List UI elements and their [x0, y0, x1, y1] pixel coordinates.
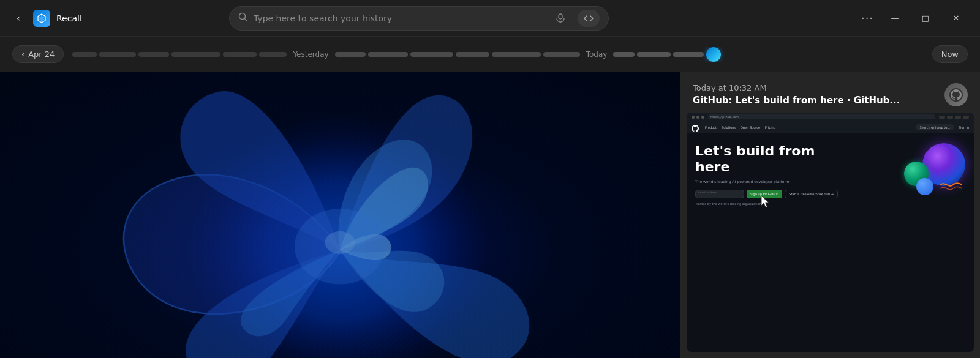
- mic-button[interactable]: [552, 10, 569, 27]
- svg-rect-8: [0, 72, 680, 358]
- snapshot-meta: Today at 10:32 AM GitHub: Let's build fr…: [693, 83, 900, 106]
- github-signup-btn[interactable]: Sign up for GitHub: [747, 190, 782, 198]
- timeline-segment[interactable]: [673, 52, 704, 57]
- titlebar-left: ‹ Recall: [10, 10, 102, 27]
- timeline-segment[interactable]: [172, 52, 221, 57]
- timeline-segment[interactable]: [223, 52, 257, 57]
- browser-topbar: https://github.com: [687, 113, 974, 121]
- timeline-nav-button[interactable]: ‹ Apr 24: [12, 45, 64, 63]
- app-title: Recall: [56, 13, 82, 23]
- github-headline: Let's build from here: [695, 143, 830, 176]
- github-trusted-text: Trusted by the world's leading organizat…: [695, 202, 838, 206]
- github-fade: [687, 212, 974, 224]
- window-controls: ··· — □ ✕: [856, 7, 970, 29]
- svg-rect-2: [559, 14, 562, 19]
- today-label: Today: [582, 50, 611, 59]
- timeline-segment[interactable]: [543, 52, 580, 57]
- timeline-segment[interactable]: [410, 52, 453, 57]
- timeline-segment[interactable]: [637, 52, 671, 57]
- github-subheadline: The world's leading AI-powered developer…: [695, 179, 838, 184]
- github-preview[interactable]: https://github.com: [687, 113, 974, 352]
- snapshot-avatar: [944, 83, 968, 106]
- github-hero: Let's build from here The world's leadin…: [687, 133, 974, 212]
- timeline-segment[interactable]: [138, 52, 169, 57]
- timeline-date-label: Apr 24: [28, 50, 55, 59]
- main-content: Today at 10:32 AM GitHub: Let's build fr…: [0, 72, 980, 358]
- chevron-left-icon: ‹: [21, 50, 24, 59]
- github-cta-row: Email address Sign up for GitHub Start a…: [695, 190, 838, 198]
- timeline-track: Yesterday Today: [64, 47, 932, 62]
- snapshot-time: Today at 10:32 AM: [693, 83, 900, 92]
- github-hero-left: Let's build from here The world's leadin…: [695, 143, 838, 206]
- nav-open-source: Open Source: [741, 125, 760, 129]
- timeline-segment[interactable]: [492, 52, 541, 57]
- decorative-arrows: [940, 176, 963, 193]
- wallpaper-area: [0, 72, 680, 358]
- github-trial-btn[interactable]: Start a free enterprise trial →: [785, 190, 838, 198]
- github-page: https://github.com: [687, 113, 974, 352]
- svg-point-0: [40, 17, 43, 20]
- minimize-button[interactable]: —: [881, 7, 909, 29]
- timeline-current-dot[interactable]: [706, 47, 721, 62]
- nav-solutions: Solutions: [722, 125, 736, 129]
- timeline-segment[interactable]: [99, 52, 136, 57]
- timeline-segment[interactable]: [72, 52, 97, 57]
- app-icon: [33, 10, 50, 27]
- search-icon: [238, 12, 247, 24]
- close-button[interactable]: ✕: [942, 7, 970, 29]
- back-button[interactable]: ‹: [10, 10, 27, 27]
- github-orbs: [904, 143, 965, 198]
- search-bar[interactable]: [229, 6, 609, 31]
- titlebar: ‹ Recall: [0, 0, 980, 37]
- wallpaper-background: [0, 72, 680, 358]
- timeline-segment[interactable]: [368, 52, 408, 57]
- search-input[interactable]: [254, 13, 546, 23]
- more-options-button[interactable]: ···: [856, 10, 878, 27]
- timeline-bar: ‹ Apr 24 Yesterday Today Now: [0, 37, 980, 72]
- yesterday-label: Yesterday: [289, 50, 332, 59]
- maximize-button[interactable]: □: [911, 7, 940, 29]
- github-navbar: Product Solutions Open Source Pricing Se…: [687, 121, 974, 133]
- snapshot-panel: Today at 10:32 AM GitHub: Let's build fr…: [680, 72, 980, 358]
- orb-blue: [916, 178, 933, 195]
- timeline-segment[interactable]: [456, 52, 489, 57]
- code-button[interactable]: [578, 10, 600, 27]
- timeline-segment[interactable]: [613, 52, 635, 57]
- nav-product: Product: [705, 125, 717, 129]
- timeline-segment[interactable]: [259, 52, 287, 57]
- nav-pricing: Pricing: [765, 125, 775, 129]
- nav-signin: Sign in: [959, 125, 969, 129]
- github-email-input[interactable]: Email address: [695, 190, 744, 198]
- snapshot-header: Today at 10:32 AM GitHub: Let's build fr…: [680, 72, 980, 113]
- now-button[interactable]: Now: [932, 45, 968, 63]
- snapshot-title: GitHub: Let's build from here · GitHub..…: [693, 95, 900, 106]
- address-bar: https://github.com: [708, 114, 935, 119]
- timeline-segment[interactable]: [335, 52, 366, 57]
